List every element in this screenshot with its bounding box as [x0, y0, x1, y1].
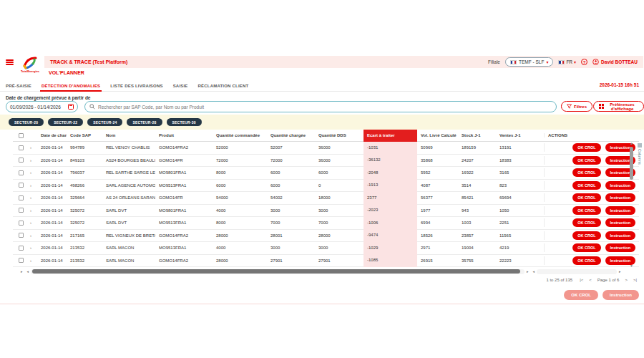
hscroll-right-icon[interactable]: ▸	[617, 269, 623, 274]
vertical-scroll-thumb[interactable]	[630, 147, 633, 180]
row-checkbox[interactable]	[19, 195, 24, 200]
search-input[interactable]	[98, 105, 552, 110]
col-header-vol-livre[interactable]: Vol. Livré Calculé	[417, 133, 458, 137]
row-checkbox[interactable]	[19, 145, 24, 150]
row-expand-chevron-icon[interactable]: ›	[29, 158, 37, 163]
row-expand-chevron-icon[interactable]: ›	[29, 258, 37, 263]
ok-crol-button[interactable]: OK CROL	[572, 181, 600, 190]
user-name: David BOTTEAU	[601, 59, 638, 64]
vertical-scrollbar[interactable]: ▲ ▼	[629, 142, 634, 266]
col-header-ecart-a-traiter[interactable]: Ecart à traiter	[364, 130, 417, 142]
date-range-value: 01/09/2026 - 01/14/2026	[10, 105, 61, 110]
col-header-qte-chargee[interactable]: Quantité chargée	[267, 133, 315, 137]
row-checkbox[interactable]	[19, 158, 24, 163]
col-header-code-sap[interactable]: Code SAP	[67, 133, 102, 137]
tab-detection-anomalies[interactable]: DÉTECTION D'ANOMALIES	[42, 80, 100, 91]
cell-ecart-a-traiter: 2377	[364, 192, 417, 205]
tab-reclamation-client[interactable]: RÉCLAMATION CLIENT	[198, 80, 249, 91]
user-menu[interactable]: David BOTTEAU	[592, 59, 638, 65]
bulk-instruction-button[interactable]: Instruction	[602, 290, 639, 300]
col-header-qte-dds[interactable]: Quantité DDS	[315, 133, 364, 137]
row-expand-chevron-icon[interactable]: ›	[29, 145, 37, 150]
ok-crol-button[interactable]: OK CROL	[572, 256, 600, 265]
ok-crol-button[interactable]: OK CROL	[572, 231, 600, 240]
language-select[interactable]: FR ▾	[558, 59, 576, 64]
hscroll-thumb[interactable]	[32, 269, 520, 274]
cell-ecart-a-traiter: -2048	[364, 167, 417, 180]
row-expand-chevron-icon[interactable]: ›	[29, 221, 37, 225]
row-checkbox[interactable]	[19, 233, 24, 238]
row-checkbox[interactable]	[19, 246, 24, 251]
row-checkbox[interactable]	[19, 258, 24, 263]
row-expand-chevron-icon[interactable]: ›	[29, 208, 37, 213]
cell-date: 2026-01-14	[37, 170, 67, 175]
user-icon	[592, 59, 599, 65]
ok-crol-button[interactable]: OK CROL	[572, 156, 600, 165]
col-header-nom[interactable]: Nom	[102, 133, 155, 137]
col-header-produit[interactable]: Produit	[155, 133, 213, 137]
last-page-icon[interactable]: >|	[633, 278, 637, 282]
first-page-icon[interactable]: |<	[580, 278, 583, 282]
columns-panel-tab[interactable]: Columns	[635, 143, 644, 179]
col-header-date[interactable]: Date de chargem...	[37, 133, 67, 137]
ok-crol-button[interactable]: OK CROL	[572, 206, 600, 215]
secteur-chip[interactable]: SECTEUR-24	[87, 118, 122, 126]
hamburger-menu-icon[interactable]	[6, 59, 14, 65]
select-all-checkbox[interactable]	[19, 133, 24, 138]
row-expand-chevron-icon[interactable]: ›	[29, 233, 37, 238]
cell-stock-j1: 35755	[458, 258, 496, 263]
ok-crol-button[interactable]: OK CROL	[572, 218, 600, 227]
secteur-chip[interactable]: SECTEUR-30	[167, 118, 202, 126]
tab-pre-saisie[interactable]: PRÉ-SAISIE	[6, 80, 31, 91]
ok-crol-button[interactable]: OK CROL	[572, 243, 600, 252]
col-header-ventes-j1[interactable]: Ventes J-1	[496, 133, 544, 137]
cell-produit: MO9513FRA1	[155, 221, 213, 225]
cell-nom: REL VIGNEUX DE BRETAGNE	[102, 233, 155, 238]
row-checkbox[interactable]	[19, 221, 24, 226]
ok-crol-button[interactable]: OK CROL	[572, 168, 600, 177]
secteur-chip[interactable]: SECTEUR-22	[48, 118, 83, 126]
row-expand-chevron-icon[interactable]: ›	[29, 183, 37, 188]
bulk-ok-crol-button[interactable]: OK CROL	[564, 290, 598, 300]
previous-page-icon[interactable]: <	[589, 278, 592, 282]
cell-produit: MO9801FRA1	[155, 170, 213, 175]
col-header-qte-commandee[interactable]: Quantité commandée	[213, 133, 267, 137]
hscroll-left2-icon[interactable]: ◂	[25, 269, 31, 274]
row-expand-chevron-icon[interactable]: ›	[29, 195, 37, 200]
scroll-up-icon[interactable]: ▲	[629, 141, 634, 145]
tab-liste-livraisons[interactable]: LISTE DES LIVRAISONS	[110, 80, 162, 91]
row-checkbox[interactable]	[19, 208, 24, 213]
cell-nom: AS24 BOURGES BEAULIEU	[102, 158, 155, 163]
search-field[interactable]	[84, 101, 557, 112]
filiale-select[interactable]: TEMF - SLF ▾	[505, 57, 553, 67]
row-checkbox[interactable]	[19, 183, 24, 188]
ok-crol-button[interactable]: OK CROL	[572, 193, 600, 202]
scroll-down-icon[interactable]: ▼	[629, 263, 634, 268]
row-expand-chevron-icon[interactable]: ›	[29, 170, 37, 175]
col-header-stock-j1[interactable]: Stock J-1	[458, 133, 496, 137]
table-row: ›2026-01-14325664AS 24 ORLEANS SARANGOMO…	[13, 192, 639, 205]
cell-produit: GOMO14FRA2	[155, 145, 213, 150]
filters-button[interactable]: Filtres	[561, 101, 592, 112]
hscroll-mid-right-icon[interactable]: ▸	[525, 269, 531, 274]
cell-qte-commandee: 6000	[213, 183, 267, 188]
cell-qte-commandee: 28000	[213, 258, 267, 263]
hscroll-pinned-track[interactable]	[537, 269, 617, 274]
help-icon[interactable]: ?	[581, 59, 587, 65]
next-page-icon[interactable]: >	[625, 278, 628, 282]
row-checkbox[interactable]	[19, 170, 24, 175]
app-window: TotalEnergies TRACK & TRACE (Test Platfo…	[0, 54, 644, 304]
hscroll-track[interactable]	[31, 269, 525, 274]
secteur-chip[interactable]: SECTEUR-20	[9, 118, 44, 126]
row-expand-chevron-icon[interactable]: ›	[29, 246, 37, 250]
display-preferences-button[interactable]: Préférences d'affichage	[593, 101, 644, 112]
cell-nom: SARL AGENCE AUTOMOBILE D...	[102, 183, 155, 188]
date-range-input[interactable]: 01/09/2026 - 01/14/2026	[6, 101, 78, 112]
secteur-chip[interactable]: SECTEUR-28	[127, 118, 162, 126]
cell-ecart-a-traiter: -1913	[364, 179, 417, 192]
current-datetime: 2026-01-15 16h 51	[600, 82, 639, 87]
ok-crol-button[interactable]: OK CROL	[572, 143, 600, 152]
hscroll-mid-left-icon[interactable]: ◂	[531, 269, 537, 274]
tab-saisie[interactable]: SAISIE	[173, 80, 188, 91]
hscroll-left-icon[interactable]: ▸	[19, 269, 25, 274]
